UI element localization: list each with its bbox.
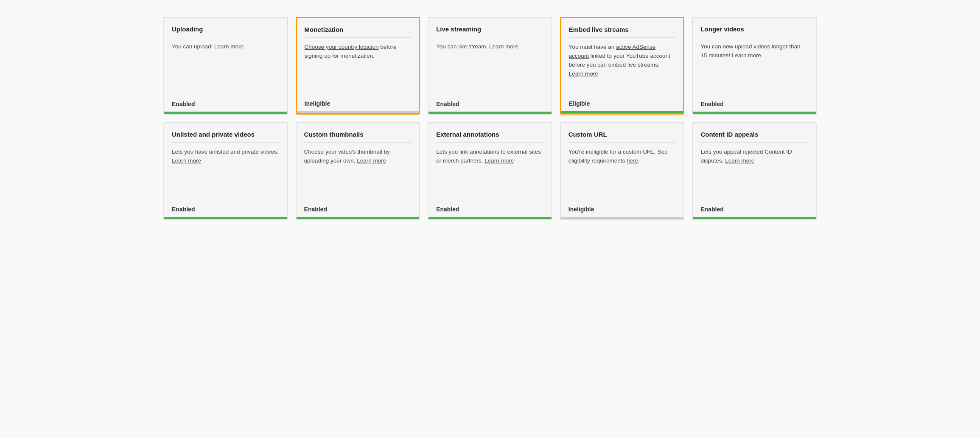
card-description-custom-url: You're ineligible for a custom URL. See … (568, 148, 676, 195)
card-status-longer-videos: Enabled (693, 95, 816, 112)
status-bar-custom-url (561, 217, 684, 219)
card-description-uploading: You can upload! Learn more (172, 42, 280, 90)
card-custom-url: Custom URLYou're ineligible for a custom… (560, 122, 685, 220)
card-status-monetization: Ineligible (297, 94, 419, 111)
card-title-monetization: Monetization (305, 26, 412, 38)
status-bar-embed-live-streams (561, 111, 683, 113)
link-monetization[interactable]: Choose your country location (305, 44, 379, 50)
card-status-content-id-appeals: Enabled (693, 200, 816, 217)
learn-more-link-live-streaming[interactable]: Learn more (489, 43, 518, 50)
card-description-content-id-appeals: Lets you appeal rejected Content ID disp… (700, 148, 808, 195)
card-title-embed-live-streams: Embed live streams (569, 26, 676, 38)
card-uploading: UploadingYou can upload! Learn moreEnabl… (163, 17, 288, 115)
status-bar-external-annotations (428, 217, 552, 219)
card-title-external-annotations: External annotations (436, 131, 544, 143)
card-description-longer-videos: You can now upload videos longer than 15… (700, 42, 808, 90)
status-bar-uploading (164, 112, 287, 114)
card-title-custom-thumbnails: Custom thumbnails (304, 131, 412, 143)
card-description-custom-thumbnails: Choose your video's thumbnail by uploadi… (304, 148, 412, 195)
feature-row-1: Unlisted and private videosLets you have… (163, 122, 817, 220)
feature-row-0: UploadingYou can upload! Learn moreEnabl… (163, 17, 817, 115)
card-status-live-streaming: Enabled (428, 95, 552, 112)
card-live-streaming: Live streamingYou can live stream. Learn… (428, 17, 552, 115)
link-embed-live-streams[interactable]: active AdSense account (569, 44, 655, 59)
card-status-custom-url: Ineligible (561, 200, 684, 217)
status-bar-custom-thumbnails (297, 217, 420, 219)
status-bar-content-id-appeals (693, 217, 816, 219)
card-monetization: MonetizationChoose your country location… (296, 17, 420, 115)
learn-more-link-unlisted-private-videos[interactable]: Learn more (172, 157, 201, 164)
learn-more-link-uploading[interactable]: Learn more (214, 43, 244, 50)
card-title-custom-url: Custom URL (568, 131, 676, 143)
card-title-unlisted-private-videos: Unlisted and private videos (172, 131, 280, 143)
link-embed-live-streams[interactable]: Learn more (569, 70, 598, 77)
status-bar-unlisted-private-videos (164, 217, 287, 219)
card-longer-videos: Longer videosYou can now upload videos l… (692, 17, 817, 115)
card-unlisted-private-videos: Unlisted and private videosLets you have… (163, 122, 288, 220)
status-bar-longer-videos (693, 112, 816, 114)
card-external-annotations: External annotationsLets you link annota… (428, 122, 552, 220)
card-description-live-streaming: You can live stream. Learn more (436, 42, 544, 90)
card-status-uploading: Enabled (164, 95, 287, 112)
card-description-embed-live-streams: You must have an active AdSense account … (569, 43, 676, 89)
card-title-uploading: Uploading (172, 25, 280, 37)
feature-grid-container: UploadingYou can upload! Learn moreEnabl… (13, 17, 967, 220)
card-custom-thumbnails: Custom thumbnailsChoose your video's thu… (296, 122, 420, 220)
learn-more-link-external-annotations[interactable]: Learn more (484, 157, 514, 164)
link-custom-url[interactable]: here (627, 157, 638, 164)
card-status-external-annotations: Enabled (428, 200, 552, 217)
learn-more-link-longer-videos[interactable]: Learn more (732, 52, 761, 59)
card-status-unlisted-private-videos: Enabled (164, 200, 287, 217)
learn-more-link-content-id-appeals[interactable]: Learn more (725, 157, 754, 164)
status-bar-live-streaming (428, 112, 552, 114)
card-title-live-streaming: Live streaming (436, 25, 544, 37)
card-title-longer-videos: Longer videos (700, 25, 808, 37)
card-status-custom-thumbnails: Enabled (297, 200, 420, 217)
card-content-id-appeals: Content ID appealsLets you appeal reject… (692, 122, 817, 220)
card-status-embed-live-streams: Eligible (561, 94, 683, 111)
status-bar-monetization (297, 111, 419, 113)
card-description-external-annotations: Lets you link annotations to external si… (436, 148, 544, 195)
card-description-monetization: Choose your country location before sign… (305, 43, 412, 89)
card-title-content-id-appeals: Content ID appeals (700, 131, 808, 143)
learn-more-link-custom-thumbnails[interactable]: Learn more (357, 157, 386, 164)
card-embed-live-streams: Embed live streamsYou must have an activ… (560, 17, 685, 115)
card-description-unlisted-private-videos: Lets you have unlisted and private video… (172, 148, 280, 195)
